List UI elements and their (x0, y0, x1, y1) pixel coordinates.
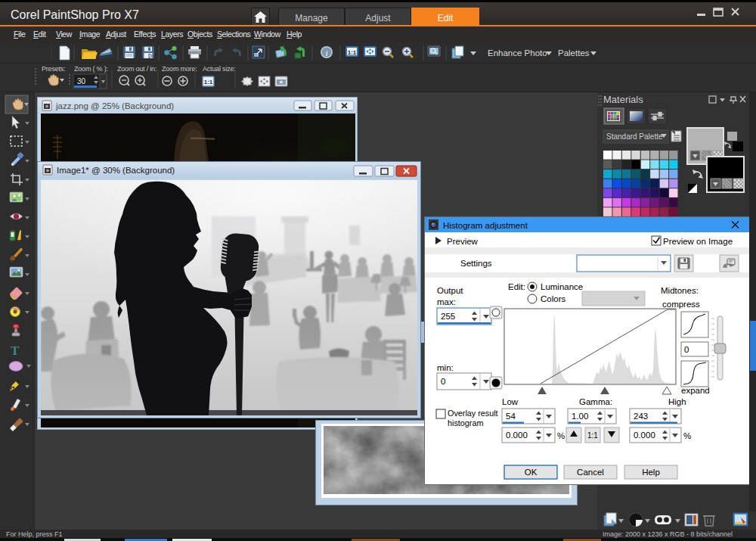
svg-text:243: 243 (634, 412, 648, 421)
svg-text:Gamma:: Gamma: (579, 397, 612, 406)
svg-text:Preview: Preview (447, 237, 479, 246)
svg-text:1.00: 1.00 (572, 412, 588, 421)
svg-text:Presets:: Presets: (42, 65, 65, 73)
svg-text:Actual size:: Actual size: (203, 65, 236, 73)
svg-text:255: 255 (441, 312, 455, 321)
svg-text:Low: Low (502, 397, 519, 406)
svg-text:High: High (668, 397, 686, 406)
svg-text:Colors: Colors (541, 294, 565, 303)
svg-text:1:1: 1:1 (204, 79, 213, 86)
svg-text:i: i (325, 48, 327, 58)
svg-text:jazz.png @ 25% (Background): jazz.png @ 25% (Background) (55, 101, 174, 110)
svg-text:Materials: Materials (603, 94, 643, 105)
svg-text:Settings: Settings (460, 259, 492, 268)
svg-text:%: % (557, 431, 565, 440)
svg-text:max:: max: (437, 297, 456, 306)
svg-text:Zoom ( % ):: Zoom ( % ): (74, 65, 108, 73)
svg-text:Standard Palette: Standard Palette (606, 132, 663, 141)
svg-text:0: 0 (441, 377, 445, 386)
svg-text:Zoom more:: Zoom more: (162, 65, 197, 73)
svg-text:Help: Help (642, 468, 660, 477)
svg-text:Enhance Photo: Enhance Photo (488, 48, 547, 58)
svg-text:Midtones:: Midtones: (661, 286, 699, 295)
svg-text:30: 30 (77, 77, 86, 86)
svg-text:0.000: 0.000 (634, 431, 655, 440)
svg-text:OK: OK (525, 468, 538, 477)
svg-text:Preview on Image: Preview on Image (663, 237, 733, 246)
svg-text:compress: compress (662, 300, 700, 309)
svg-text:histogram: histogram (448, 418, 483, 428)
svg-text:Cancel: Cancel (577, 468, 604, 477)
svg-text:Zoom out / in:: Zoom out / in: (117, 65, 156, 73)
svg-text:Edit:: Edit: (508, 282, 525, 291)
svg-text:54: 54 (506, 412, 516, 421)
svg-text:Palettes: Palettes (558, 48, 590, 58)
svg-text:Overlay result: Overlay result (448, 409, 498, 418)
svg-text:Histogram adjustment: Histogram adjustment (443, 221, 528, 230)
svg-text:0: 0 (684, 345, 689, 354)
svg-text:1:1: 1:1 (587, 431, 598, 440)
svg-text:%: % (683, 431, 691, 440)
svg-text:expand: expand (681, 386, 710, 395)
svg-text:Output: Output (437, 286, 463, 295)
svg-text:Luminance: Luminance (541, 282, 583, 291)
svg-text:1:1: 1:1 (348, 49, 357, 56)
svg-text:0.000: 0.000 (506, 431, 528, 440)
svg-text:min:: min: (437, 363, 454, 372)
svg-text:T: T (11, 344, 20, 358)
svg-text:Image1* @ 30% (Background): Image1* @ 30% (Background) (57, 166, 175, 175)
